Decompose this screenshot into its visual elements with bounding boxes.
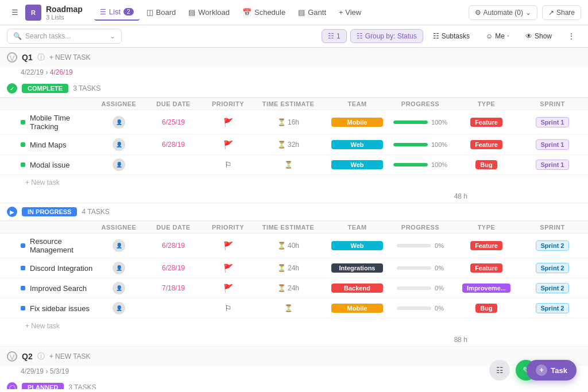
task-time: ⏳32h [254, 141, 323, 149]
task-assignee: 👤 [93, 158, 145, 171]
subtasks-button[interactable]: ☷ Subtasks [427, 29, 476, 43]
task-priority: 🚩 [202, 241, 254, 250]
task-name-mobile-tracking: Mobile Time Tracking [21, 114, 93, 131]
more-options-button[interactable]: ⋮ [562, 29, 581, 43]
priority-icon: 🚩 [223, 140, 233, 149]
me-icon: ☺ [486, 32, 493, 40]
task-row[interactable]: Mind Maps 👤 6/28/19 🚩 ⏳32h Web 100% Feat… [0, 135, 588, 155]
col-team-2: TEAM [323, 224, 392, 231]
quarter-q2-toggle[interactable]: ⋁ [7, 351, 17, 362]
tab-board[interactable]: ◫ Board [141, 5, 182, 20]
filter-button[interactable]: ☷ 1 [322, 29, 347, 43]
task-row[interactable]: Modal issue 👤 ⚐ ⏳ Web 100% Bug Sprint 1 [0, 155, 588, 175]
toolbar-right: ☷ 1 ☷ Group by: Status ☷ Subtasks ☺ Me ‧… [322, 29, 581, 43]
task-team: Mobile [323, 304, 392, 313]
content-area: ⋁ Q1 ⓘ + NEW TASK 4/22/19 › 4/26/19 ✓ CO… [0, 48, 588, 389]
clock-icon: ⏳ [277, 141, 286, 149]
complete-new-task-button[interactable]: + New task [0, 175, 588, 190]
task-team: Backend [323, 284, 392, 293]
col-type: TYPE [449, 100, 524, 107]
q1-new-task-button[interactable]: + NEW TASK [49, 53, 91, 61]
col-assignee-2: ASSIGNEE [93, 224, 145, 231]
task-time: ⏳ [254, 161, 323, 169]
search-placeholder: Search tasks... [25, 32, 71, 40]
tab-schedule-label: Schedule [254, 8, 285, 17]
tab-list-badge: 2 [123, 8, 134, 15]
task-row[interactable]: Discord Integration 👤 6/28/19 🚩 ⏳24h Int… [0, 258, 588, 278]
planned-badge: PLANNED [22, 383, 64, 389]
tab-view-label: + View [339, 8, 361, 17]
priority-icon: 🚩 [223, 118, 233, 127]
share-button[interactable]: ↗ Share [542, 5, 581, 20]
app-title-group: Roadmap 3 Lists [46, 5, 83, 21]
task-team: Web [323, 140, 392, 149]
task-type: Feature [449, 140, 524, 149]
fab-plus-icon: + [536, 364, 547, 376]
q2-new-task-button[interactable]: + NEW TASK [49, 352, 91, 360]
search-input[interactable]: 🔍 Search tasks... ⌄ [7, 29, 122, 44]
task-time: ⏳40h [254, 242, 323, 250]
q1-date-start: 4/22/19 [21, 68, 44, 76]
group-by-button[interactable]: ☷ Group by: Status [350, 29, 423, 43]
tab-schedule[interactable]: 📅 Schedule [237, 5, 291, 20]
task-team: Mobile [323, 118, 392, 127]
task-name-modal-issue: Modal issue [21, 161, 93, 169]
complete-task-count: 3 TASKS [73, 84, 100, 92]
task-row[interactable]: Fix sidebar issues 👤 ⚐ ⏳ Mobile 0% Bug S… [0, 298, 588, 319]
tab-gantt-label: Gantt [308, 8, 326, 17]
quarter-q1-toggle[interactable]: ⋁ [7, 52, 17, 63]
task-row[interactable]: Mobile Time Tracking 👤 6/25/19 🚩 ⏳16h Mo… [0, 110, 588, 135]
automate-label: Automate (0) [483, 9, 523, 17]
planned-check-icon: ◯ [7, 382, 17, 389]
inprogress-col-headers: ASSIGNEE DUE DATE PRIORITY TIME ESTIMATE… [0, 221, 588, 234]
gantt-icon: ▤ [298, 8, 305, 17]
task-sprint: Sprint 1 [524, 139, 581, 150]
task-sprint: Sprint 2 [524, 283, 581, 293]
task-priority: 🚩 [202, 263, 254, 273]
inprogress-badge: IN PROGRESS [22, 207, 77, 216]
tab-workload[interactable]: ▤ Workload [183, 5, 235, 20]
task-time: ⏳24h [254, 264, 323, 272]
inprogress-total: 88 h [0, 333, 588, 347]
avatar: 👤 [113, 138, 125, 151]
subtasks-label: Subtasks [442, 32, 470, 40]
tab-list[interactable]: ☰ List 2 [94, 4, 140, 21]
priority-icon: 🚩 [223, 241, 233, 250]
task-assignee: 👤 [93, 302, 145, 315]
task-name-discord: Discord Integration [21, 264, 93, 273]
grid-view-button[interactable]: ☷ [489, 360, 510, 381]
fab-label: Task [551, 366, 567, 375]
task-due-date: 7/18/19 [145, 284, 202, 292]
task-row[interactable]: Resource Management 👤 6/28/19 🚩 ⏳40h Web… [0, 234, 588, 258]
tab-gantt[interactable]: ▤ Gantt [292, 5, 332, 20]
col-due-2: DUE DATE [145, 224, 202, 231]
task-row[interactable]: Improved Search 👤 7/18/19 🚩 ⏳24h Backend… [0, 278, 588, 298]
task-dot [21, 306, 25, 311]
share-icon: ↗ [548, 9, 554, 17]
task-priority: 🚩 [202, 284, 254, 293]
task-due-date: 6/28/19 [145, 141, 202, 149]
automate-button[interactable]: ⚙ Automate (0) ⌄ [469, 5, 537, 20]
quarter-q1-label: Q1 [22, 53, 33, 62]
task-time: ⏳16h [254, 118, 323, 126]
status-inprogress-group: ▶ IN PROGRESS 4 TASKS ASSIGNEE DUE DATE … [0, 203, 588, 347]
quarter-q2-info: ⓘ [37, 351, 45, 362]
inprogress-new-task-button[interactable]: + New task [0, 319, 588, 333]
col-assignee: ASSIGNEE [93, 100, 145, 107]
workload-icon: ▤ [188, 8, 195, 17]
avatar: 👤 [113, 302, 125, 315]
clock-icon: ⏳ [284, 304, 293, 312]
avatar: 👤 [113, 116, 125, 129]
task-due-date: 6/25/19 [145, 118, 202, 126]
add-task-fab-button[interactable]: + Task [527, 360, 577, 381]
clock-icon: ⏳ [284, 161, 293, 169]
hamburger-icon[interactable]: ☰ [7, 5, 23, 21]
me-button[interactable]: ☺ Me ‧ [479, 29, 516, 43]
show-button[interactable]: 👁 Show [519, 29, 558, 43]
task-due-date: 6/28/19 [145, 242, 202, 250]
task-name-improved-search: Improved Search [21, 284, 93, 293]
board-icon: ◫ [146, 8, 153, 17]
complete-check-icon: ✓ [7, 83, 17, 94]
tab-view[interactable]: + View [333, 5, 367, 20]
q2-date-end: 5/3/19 [50, 367, 69, 375]
